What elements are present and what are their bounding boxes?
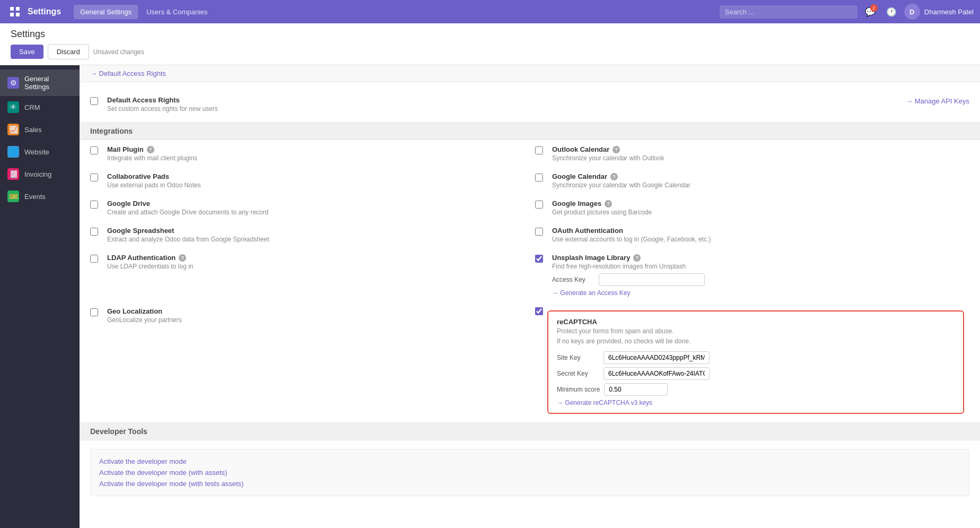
google-images-row: Google Images ? Get product pictures usi… (535, 194, 964, 221)
geo-localization-desc: GeoLocalize your partners (107, 316, 524, 324)
svg-rect-2 (10, 13, 14, 16)
outlook-calendar-help-icon[interactable]: ? (612, 146, 620, 153)
manage-api-keys-link[interactable]: → Manage API Keys (906, 96, 969, 105)
sidebar-item-website[interactable]: 🌐 Website (0, 141, 80, 163)
sub-header: Settings Save Discard Unsaved changes (0, 23, 980, 65)
default-access-checkbox-col (90, 96, 101, 107)
integrations-divider: Integrations (80, 122, 980, 140)
generate-recaptcha-link[interactable]: → Generate reCAPTCHA v3 keys (557, 399, 955, 406)
google-calendar-title: Google Calendar (552, 172, 607, 180)
action-bar: Save Discard Unsaved changes (11, 44, 969, 59)
outlook-calendar-checkbox[interactable] (535, 146, 543, 154)
google-spreadsheet-row: Google Spreadsheet Extract and analyze O… (90, 221, 524, 248)
activate-dev-mode-assets-link[interactable]: Activate the developer mode (with assets… (99, 467, 960, 478)
geo-localization-row: Geo Localization GeoLocalize your partne… (90, 302, 524, 329)
sidebar-item-crm[interactable]: 👁 CRM (0, 96, 80, 118)
avatar[interactable]: D (904, 4, 920, 20)
ldap-auth-desc: Use LDAP credentials to log in (107, 263, 524, 270)
access-key-label: Access Key (552, 276, 594, 283)
save-button[interactable]: Save (11, 45, 43, 59)
secret-key-field-row: Secret Key (557, 367, 955, 380)
recaptcha-desc1: Protect your forms from spam and abuse. (557, 327, 955, 336)
sidebar-item-sales[interactable]: 📈 Sales (0, 118, 80, 141)
top-right-controls: 💬 2 🕐 D Dharmesh Patel (720, 3, 974, 20)
ldap-auth-help-icon[interactable]: ? (179, 254, 186, 262)
outlook-calendar-row: Outlook Calendar ? Synchronize your cale… (535, 140, 964, 167)
mail-plugin-help-icon[interactable]: ? (147, 146, 154, 153)
notifications-button[interactable]: 💬 2 (862, 3, 879, 20)
crm-icon: 👁 (7, 101, 19, 113)
default-access-rights-row: Default Access Rights Set custom access … (90, 91, 969, 118)
user-name[interactable]: Dharmesh Patel (924, 8, 974, 16)
top-navigation: Settings General Settings Users & Compan… (0, 0, 980, 23)
discard-button[interactable]: Discard (48, 44, 89, 59)
recaptcha-row: reCAPTCHA Protect your forms from spam a… (535, 302, 964, 418)
oauth-auth-title: OAuth Authentication (552, 227, 623, 235)
nav-users-companies[interactable]: Users & Companies (140, 5, 214, 19)
google-drive-row: Google Drive Create and attach Google Dr… (90, 194, 524, 221)
default-access-rights-section: Default Access Rights Set custom access … (80, 82, 980, 122)
recaptcha-title: reCAPTCHA (557, 318, 955, 326)
unsplash-checkbox[interactable] (535, 255, 543, 263)
site-key-field-row: Site Key (557, 351, 955, 364)
google-images-title: Google Images (552, 200, 601, 207)
svg-rect-3 (16, 13, 20, 16)
developer-tools-title: Developer Tools (90, 427, 147, 436)
google-spreadsheet-checkbox[interactable] (90, 228, 98, 236)
sidebar-item-general-settings[interactable]: ⚙ General Settings (0, 70, 80, 96)
google-calendar-help-icon[interactable]: ? (610, 173, 618, 180)
sidebar: ⚙ General Settings 👁 CRM 📈 Sales 🌐 Websi… (0, 65, 80, 528)
unsplash-title: Unsplash Image Library (552, 254, 630, 262)
google-images-checkbox[interactable] (535, 201, 543, 209)
integrations-title: Integrations (90, 127, 133, 135)
nav-general-settings[interactable]: General Settings (74, 5, 138, 19)
clock-button[interactable]: 🕐 (883, 3, 900, 20)
developer-tools-links: Activate the developer mode Activate the… (90, 449, 969, 496)
page-title: Settings (11, 29, 969, 40)
mail-plugin-title: Mail Plugin (107, 145, 144, 153)
oauth-auth-checkbox[interactable] (535, 228, 543, 236)
main-layout: ⚙ General Settings 👁 CRM 📈 Sales 🌐 Websi… (0, 65, 980, 528)
sidebar-label-invoicing: Invoicing (24, 170, 51, 178)
bottom-integrations-row: Geo Localization GeoLocalize your partne… (80, 302, 980, 422)
min-score-input[interactable] (604, 383, 668, 396)
google-drive-desc: Create and attach Google Drive documents… (107, 209, 524, 216)
sidebar-item-invoicing[interactable]: 🧾 Invoicing (0, 163, 80, 185)
unsplash-help-icon[interactable]: ? (633, 254, 641, 262)
activate-dev-mode-tests-link[interactable]: Activate the developer mode (with tests … (99, 478, 960, 489)
apps-icon[interactable] (6, 3, 23, 20)
sidebar-item-events[interactable]: 🎫 Events (0, 185, 80, 207)
oauth-auth-desc: Use external accounts to log in (Google,… (552, 236, 964, 243)
site-key-input[interactable] (603, 351, 710, 364)
ldap-auth-checkbox[interactable] (90, 255, 98, 263)
developer-tools-section: Activate the developer mode Activate the… (80, 440, 980, 505)
google-spreadsheet-title: Google Spreadsheet (107, 227, 174, 235)
access-key-field-row: Access Key (552, 273, 964, 286)
invoicing-icon: 🧾 (7, 168, 19, 180)
google-calendar-checkbox[interactable] (535, 174, 543, 181)
activate-dev-mode-link[interactable]: Activate the developer mode (99, 456, 960, 467)
sidebar-label-events: Events (24, 193, 46, 201)
outlook-calendar-desc: Synchronize your calendar with Outlook (552, 154, 964, 162)
default-access-rights-checkbox[interactable] (90, 97, 98, 105)
mail-plugin-checkbox[interactable] (90, 146, 98, 154)
collaborative-pads-row: Collaborative Pads Use external pads in … (90, 167, 524, 194)
google-calendar-row: Google Calendar ? Synchronize your calen… (535, 167, 964, 194)
google-images-help-icon[interactable]: ? (605, 200, 612, 207)
recaptcha-checkbox[interactable] (535, 307, 543, 315)
generate-access-key-link[interactable]: → Generate an Access Key (552, 289, 964, 297)
oauth-auth-row: OAuth Authentication Use external accoun… (535, 221, 964, 248)
search-input[interactable] (720, 5, 858, 19)
google-calendar-desc: Synchronize your calendar with Google Ca… (552, 181, 964, 189)
secret-key-input[interactable] (603, 367, 710, 380)
secret-key-label: Secret Key (557, 370, 599, 377)
geo-localization-checkbox[interactable] (90, 308, 98, 316)
ldap-auth-title: LDAP Authentication (107, 254, 176, 262)
collaborative-pads-checkbox[interactable] (90, 174, 98, 181)
google-drive-checkbox[interactable] (90, 201, 98, 209)
default-access-rights-link[interactable]: → Default Access Rights (90, 70, 166, 77)
mail-plugin-desc: Integrate with mail client plugins (107, 154, 524, 162)
access-key-input[interactable] (599, 273, 705, 286)
svg-rect-0 (10, 7, 14, 11)
website-icon: 🌐 (7, 146, 19, 158)
